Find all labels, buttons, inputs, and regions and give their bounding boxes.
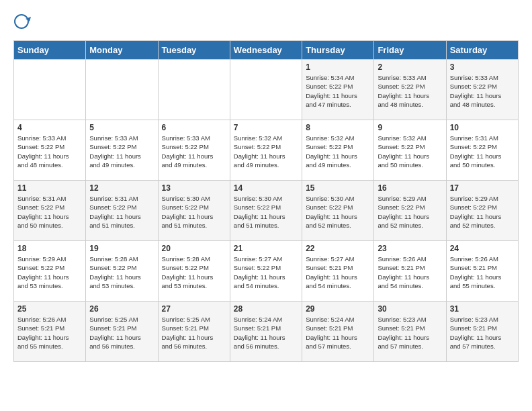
day-info: Sunrise: 5:23 AM Sunset: 5:21 PM Dayligh… [450, 315, 515, 351]
day-number: 27 [162, 304, 226, 314]
calendar-cell: 10Sunrise: 5:31 AM Sunset: 5:22 PM Dayli… [446, 120, 518, 181]
day-number: 13 [162, 183, 226, 193]
day-info: Sunrise: 5:23 AM Sunset: 5:21 PM Dayligh… [378, 315, 442, 351]
day-info: Sunrise: 5:31 AM Sunset: 5:22 PM Dayligh… [450, 134, 515, 169]
day-info: Sunrise: 5:26 AM Sunset: 5:21 PM Dayligh… [378, 255, 442, 290]
calendar-day-header: Tuesday [158, 41, 230, 60]
day-number: 2 [378, 62, 442, 72]
day-number: 10 [450, 123, 515, 132]
day-info: Sunrise: 5:33 AM Sunset: 5:22 PM Dayligh… [378, 73, 442, 109]
day-number: 8 [306, 123, 370, 132]
day-info: Sunrise: 5:33 AM Sunset: 5:22 PM Dayligh… [450, 73, 515, 109]
day-info: Sunrise: 5:33 AM Sunset: 5:22 PM Dayligh… [17, 134, 82, 169]
calendar-day-header: Saturday [446, 41, 518, 60]
calendar-week-row: 25Sunrise: 5:26 AM Sunset: 5:21 PM Dayli… [14, 302, 519, 362]
calendar-cell: 14Sunrise: 5:30 AM Sunset: 5:22 PM Dayli… [230, 181, 302, 241]
day-number: 5 [89, 123, 154, 132]
day-number: 18 [17, 244, 82, 253]
day-number: 14 [234, 183, 298, 193]
calendar-cell: 9Sunrise: 5:32 AM Sunset: 5:22 PM Daylig… [374, 120, 446, 181]
calendar-cell: 8Sunrise: 5:32 AM Sunset: 5:22 PM Daylig… [302, 120, 374, 181]
calendar-cell [14, 60, 86, 120]
day-number: 20 [162, 244, 226, 253]
calendar-cell: 31Sunrise: 5:23 AM Sunset: 5:21 PM Dayli… [446, 302, 518, 362]
day-info: Sunrise: 5:33 AM Sunset: 5:22 PM Dayligh… [89, 134, 154, 169]
day-info: Sunrise: 5:30 AM Sunset: 5:22 PM Dayligh… [162, 194, 226, 230]
calendar-cell: 11Sunrise: 5:31 AM Sunset: 5:22 PM Dayli… [14, 181, 86, 241]
day-info: Sunrise: 5:33 AM Sunset: 5:22 PM Dayligh… [162, 134, 226, 169]
calendar-cell: 4Sunrise: 5:33 AM Sunset: 5:22 PM Daylig… [14, 120, 86, 181]
calendar-cell: 6Sunrise: 5:33 AM Sunset: 5:22 PM Daylig… [158, 120, 230, 181]
calendar-cell: 5Sunrise: 5:33 AM Sunset: 5:22 PM Daylig… [86, 120, 158, 181]
day-info: Sunrise: 5:27 AM Sunset: 5:21 PM Dayligh… [306, 255, 370, 290]
day-info: Sunrise: 5:26 AM Sunset: 5:21 PM Dayligh… [17, 315, 82, 351]
day-number: 21 [234, 244, 298, 253]
day-info: Sunrise: 5:24 AM Sunset: 5:21 PM Dayligh… [306, 315, 370, 351]
calendar-cell: 3Sunrise: 5:33 AM Sunset: 5:22 PM Daylig… [446, 60, 518, 120]
svg-point-0 [15, 15, 28, 28]
day-info: Sunrise: 5:28 AM Sunset: 5:22 PM Dayligh… [162, 255, 226, 290]
day-info: Sunrise: 5:25 AM Sunset: 5:21 PM Dayligh… [162, 315, 226, 351]
calendar-table: SundayMondayTuesdayWednesdayThursdayFrid… [13, 40, 519, 362]
calendar-cell: 21Sunrise: 5:27 AM Sunset: 5:22 PM Dayli… [230, 241, 302, 302]
logo-icon [13, 13, 34, 34]
calendar-cell: 22Sunrise: 5:27 AM Sunset: 5:21 PM Dayli… [302, 241, 374, 302]
day-number: 25 [17, 304, 82, 314]
day-number: 9 [378, 123, 442, 132]
calendar-cell: 24Sunrise: 5:26 AM Sunset: 5:21 PM Dayli… [446, 241, 518, 302]
calendar-cell: 26Sunrise: 5:25 AM Sunset: 5:21 PM Dayli… [86, 302, 158, 362]
calendar-cell: 20Sunrise: 5:28 AM Sunset: 5:22 PM Dayli… [158, 241, 230, 302]
day-info: Sunrise: 5:25 AM Sunset: 5:21 PM Dayligh… [89, 315, 154, 351]
calendar-cell [86, 60, 158, 120]
day-number: 12 [89, 183, 154, 193]
calendar-cell: 12Sunrise: 5:31 AM Sunset: 5:22 PM Dayli… [86, 181, 158, 241]
calendar-cell [158, 60, 230, 120]
day-info: Sunrise: 5:31 AM Sunset: 5:22 PM Dayligh… [89, 194, 154, 230]
day-number: 6 [162, 123, 226, 132]
calendar-day-header: Wednesday [230, 41, 302, 60]
day-number: 24 [450, 244, 515, 253]
calendar-cell: 13Sunrise: 5:30 AM Sunset: 5:22 PM Dayli… [158, 181, 230, 241]
calendar-cell: 19Sunrise: 5:28 AM Sunset: 5:22 PM Dayli… [86, 241, 158, 302]
calendar-day-header: Friday [374, 41, 446, 60]
calendar-week-row: 18Sunrise: 5:29 AM Sunset: 5:22 PM Dayli… [14, 241, 519, 302]
calendar-cell: 28Sunrise: 5:24 AM Sunset: 5:21 PM Dayli… [230, 302, 302, 362]
calendar-week-row: 1Sunrise: 5:34 AM Sunset: 5:22 PM Daylig… [14, 60, 519, 120]
calendar-week-row: 11Sunrise: 5:31 AM Sunset: 5:22 PM Dayli… [14, 181, 519, 241]
page-header [13, 13, 519, 34]
day-number: 4 [17, 123, 82, 132]
calendar-cell: 27Sunrise: 5:25 AM Sunset: 5:21 PM Dayli… [158, 302, 230, 362]
day-info: Sunrise: 5:26 AM Sunset: 5:21 PM Dayligh… [450, 255, 515, 290]
day-number: 1 [306, 62, 370, 72]
day-info: Sunrise: 5:30 AM Sunset: 5:22 PM Dayligh… [306, 194, 370, 230]
day-number: 7 [234, 123, 298, 132]
calendar-day-header: Sunday [14, 41, 86, 60]
day-info: Sunrise: 5:29 AM Sunset: 5:22 PM Dayligh… [17, 255, 82, 290]
day-number: 31 [450, 304, 515, 314]
day-number: 28 [234, 304, 298, 314]
logo [13, 13, 36, 34]
day-info: Sunrise: 5:32 AM Sunset: 5:22 PM Dayligh… [234, 134, 298, 169]
day-info: Sunrise: 5:28 AM Sunset: 5:22 PM Dayligh… [89, 255, 154, 290]
calendar-cell: 30Sunrise: 5:23 AM Sunset: 5:21 PM Dayli… [374, 302, 446, 362]
calendar-cell: 1Sunrise: 5:34 AM Sunset: 5:22 PM Daylig… [302, 60, 374, 120]
calendar-cell [230, 60, 302, 120]
calendar-cell: 18Sunrise: 5:29 AM Sunset: 5:22 PM Dayli… [14, 241, 86, 302]
calendar-cell: 17Sunrise: 5:29 AM Sunset: 5:22 PM Dayli… [446, 181, 518, 241]
calendar-cell: 16Sunrise: 5:29 AM Sunset: 5:22 PM Dayli… [374, 181, 446, 241]
calendar-week-row: 4Sunrise: 5:33 AM Sunset: 5:22 PM Daylig… [14, 120, 519, 181]
day-info: Sunrise: 5:27 AM Sunset: 5:22 PM Dayligh… [234, 255, 298, 290]
calendar-cell: 29Sunrise: 5:24 AM Sunset: 5:21 PM Dayli… [302, 302, 374, 362]
day-number: 19 [89, 244, 154, 253]
day-number: 3 [450, 62, 515, 72]
day-number: 11 [17, 183, 82, 193]
day-number: 17 [450, 183, 515, 193]
day-number: 15 [306, 183, 370, 193]
day-info: Sunrise: 5:32 AM Sunset: 5:22 PM Dayligh… [306, 134, 370, 169]
day-number: 23 [378, 244, 442, 253]
day-number: 29 [306, 304, 370, 314]
calendar-cell: 15Sunrise: 5:30 AM Sunset: 5:22 PM Dayli… [302, 181, 374, 241]
day-info: Sunrise: 5:24 AM Sunset: 5:21 PM Dayligh… [234, 315, 298, 351]
calendar-day-header: Monday [86, 41, 158, 60]
day-info: Sunrise: 5:32 AM Sunset: 5:22 PM Dayligh… [378, 134, 442, 169]
